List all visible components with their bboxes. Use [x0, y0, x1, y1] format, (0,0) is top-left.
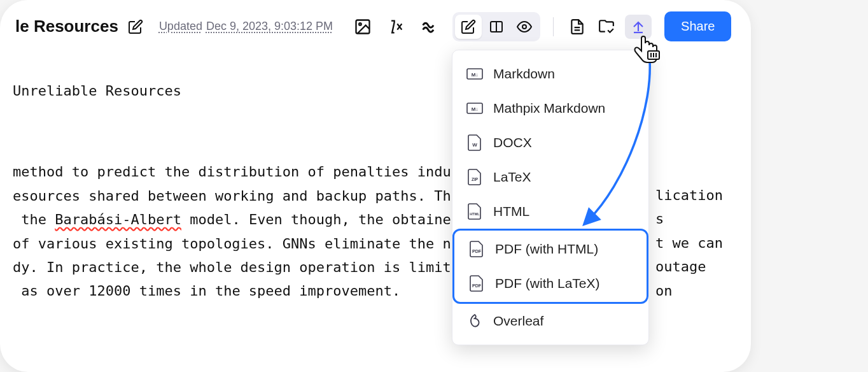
- export-item-label: Overleaf: [493, 313, 543, 329]
- scribble-icon[interactable]: [418, 16, 440, 38]
- export-html[interactable]: HTML HTML: [452, 194, 648, 229]
- pdf-icon: PDF: [468, 275, 485, 292]
- edit-title-icon[interactable]: [125, 16, 146, 38]
- export-button[interactable]: [625, 15, 652, 39]
- svg-point-1: [359, 23, 361, 25]
- export-item-label: Markdown: [493, 66, 555, 82]
- view-mode-group: [452, 12, 540, 41]
- document-title: le Resources: [15, 17, 118, 36]
- folder-icon[interactable]: [596, 16, 617, 38]
- spellcheck-underline: Barabási-Albert: [55, 211, 181, 227]
- markdown-icon: M↓: [466, 66, 483, 82]
- share-button[interactable]: Share: [664, 11, 731, 41]
- updated-time[interactable]: Dec 9, 2023, 9:03:12 PM: [206, 20, 333, 33]
- svg-text:HTML: HTML: [470, 212, 480, 216]
- export-pdf-html[interactable]: PDF PDF (with HTML): [454, 232, 647, 266]
- toolbar-insert-group: [352, 16, 440, 38]
- svg-text:M↓: M↓: [472, 106, 479, 112]
- export-item-label: PDF (with HTML): [495, 241, 598, 257]
- export-latex[interactable]: ZIP LaTeX: [452, 160, 648, 194]
- highlighted-options: PDF PDF (with HTML) PDF PDF (with LaTeX): [452, 229, 648, 304]
- svg-text:ZIP: ZIP: [472, 177, 479, 182]
- export-pdf-latex[interactable]: PDF PDF (with LaTeX): [454, 266, 647, 301]
- pdf-icon: PDF: [468, 241, 485, 257]
- html-icon: HTML: [466, 203, 483, 220]
- updated-info: Updated Dec 9, 2023, 9:03:12 PM: [159, 20, 333, 33]
- updated-label: Updated: [159, 20, 202, 33]
- export-mathpix-markdown[interactable]: M↓ Mathpix Markdown: [452, 91, 648, 125]
- svg-text:PDF: PDF: [472, 249, 482, 254]
- svg-point-4: [522, 25, 526, 29]
- overleaf-icon: [466, 313, 483, 329]
- toolbar-divider: [553, 17, 554, 36]
- export-item-label: PDF (with LaTeX): [495, 276, 600, 291]
- formula-icon[interactable]: [385, 16, 407, 38]
- export-dropdown: M↓ Markdown M↓ Mathpix Markdown W DOCX Z…: [452, 50, 649, 345]
- svg-text:W: W: [472, 142, 477, 148]
- export-markdown[interactable]: M↓ Markdown: [452, 57, 648, 91]
- docx-icon: W: [466, 134, 483, 151]
- svg-text:M↓: M↓: [472, 72, 479, 78]
- export-overleaf[interactable]: Overleaf: [452, 304, 648, 338]
- app-window: le Resources Updated Dec 9, 2023, 9:03:1…: [0, 0, 751, 372]
- image-icon[interactable]: [352, 16, 374, 38]
- zip-icon: ZIP: [466, 169, 483, 185]
- toolbar: le Resources Updated Dec 9, 2023, 9:03:1…: [0, 0, 751, 54]
- svg-text:PDF: PDF: [472, 283, 482, 288]
- export-item-label: HTML: [493, 204, 529, 219]
- export-docx[interactable]: W DOCX: [452, 125, 648, 160]
- markdown-icon: M↓: [466, 100, 483, 117]
- title-area: le Resources: [15, 16, 146, 38]
- export-item-label: DOCX: [493, 135, 532, 150]
- edit-mode-icon[interactable]: [455, 15, 482, 39]
- export-item-label: LaTeX: [493, 169, 531, 185]
- export-item-label: Mathpix Markdown: [493, 101, 605, 116]
- overflow-text: lication s t we can outage on: [655, 183, 723, 303]
- preview-icon[interactable]: [511, 15, 538, 39]
- document-icon[interactable]: [566, 16, 588, 38]
- split-view-icon[interactable]: [483, 15, 510, 39]
